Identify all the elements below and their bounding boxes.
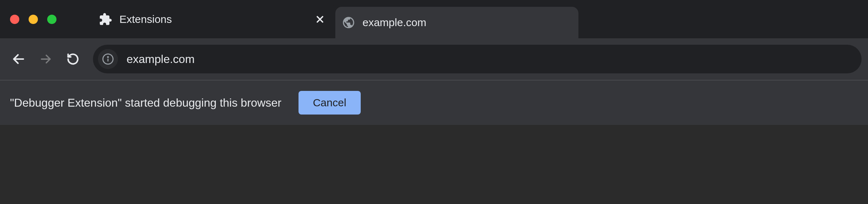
infobar-message: "Debugger Extension" started debugging t… xyxy=(10,96,281,110)
toolbar: example.com xyxy=(0,38,868,81)
window-maximize-button[interactable] xyxy=(47,15,56,24)
url-text: example.com xyxy=(127,53,857,66)
address-bar[interactable]: example.com xyxy=(93,45,862,73)
tab-title: example.com xyxy=(363,16,568,29)
cancel-button[interactable]: Cancel xyxy=(299,91,360,115)
globe-icon xyxy=(342,16,355,29)
debugger-infobar: "Debugger Extension" started debugging t… xyxy=(0,81,868,125)
window-minimize-button[interactable] xyxy=(29,15,38,24)
window-controls xyxy=(10,15,56,24)
svg-point-6 xyxy=(108,57,108,57)
tab-title: Extensions xyxy=(119,13,307,25)
window-close-button[interactable] xyxy=(10,15,19,24)
reload-button[interactable] xyxy=(61,47,85,71)
extension-icon xyxy=(99,13,112,26)
tab-close-button[interactable] xyxy=(315,14,325,25)
tab-strip: Extensions example.com xyxy=(0,0,868,38)
forward-button[interactable] xyxy=(34,47,58,71)
site-info-icon[interactable] xyxy=(98,49,118,69)
back-button[interactable] xyxy=(6,47,31,71)
tab-extensions[interactable]: Extensions xyxy=(92,4,335,35)
tab-example-com[interactable]: example.com xyxy=(335,7,578,38)
